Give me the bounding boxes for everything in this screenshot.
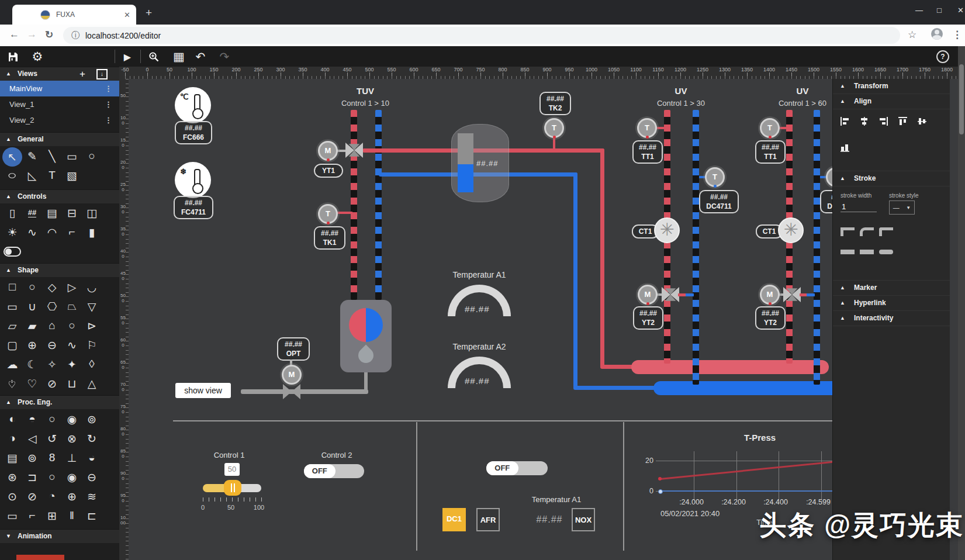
shape-cone-icon[interactable]: △ bbox=[82, 375, 102, 392]
cursor-tool-icon[interactable]: ↖ bbox=[2, 147, 22, 167]
uv2-tt1-label[interactable]: ##.##TT1 bbox=[755, 140, 786, 164]
shape-flag-icon[interactable]: ⚐ bbox=[82, 336, 102, 354]
yt1-motor[interactable]: M bbox=[318, 141, 338, 161]
gauge-widget-icon[interactable]: ☀ bbox=[2, 223, 22, 241]
proc-compressor-icon[interactable]: ◉ bbox=[62, 410, 82, 428]
view-item-mainview[interactable]: MainView⋮ bbox=[0, 81, 119, 96]
meter-widget-icon[interactable]: ◠ bbox=[42, 223, 62, 241]
proc-hopper-icon[interactable]: ⊏ bbox=[82, 507, 102, 524]
uv2-yt2-motor[interactable]: M bbox=[760, 285, 780, 305]
tk2-sensor[interactable]: T bbox=[544, 118, 564, 138]
save-button[interactable] bbox=[6, 50, 20, 64]
stroke-style-select[interactable]: —▼ bbox=[889, 201, 915, 215]
uv1-dc4711-label[interactable]: ##.##DC4711 bbox=[699, 190, 739, 213]
uv1-fan-icon[interactable]: ✳ bbox=[654, 217, 680, 243]
proc-columns-icon[interactable]: ‖ bbox=[62, 507, 82, 524]
ellipse-tool-icon[interactable]: ○ bbox=[2, 167, 22, 184]
uv1-yt2-motor[interactable]: M bbox=[638, 285, 658, 305]
proc-pump2-icon[interactable]: ◓ bbox=[22, 410, 42, 428]
rect-tool-icon[interactable]: ▭ bbox=[62, 147, 82, 165]
proc-rot-pump2-icon[interactable]: ↻ bbox=[82, 430, 102, 447]
shape-cloud-icon[interactable]: ☁ bbox=[2, 355, 22, 373]
tuv-subtitle[interactable]: Control 1 > 10 bbox=[324, 99, 406, 108]
red-supply-link[interactable] bbox=[600, 365, 635, 369]
slider-widget-icon[interactable]: ▮ bbox=[82, 223, 102, 241]
pipe-widget-icon[interactable]: ⌐ bbox=[62, 223, 82, 241]
shape-lens-icon[interactable]: ◊ bbox=[82, 355, 102, 373]
proc-agitator-icon[interactable]: ⊥ bbox=[62, 449, 82, 466]
opt-motor[interactable]: M bbox=[282, 365, 302, 385]
views-section-header[interactable]: ▲Views + ↓ bbox=[0, 67, 119, 81]
stroke-width-input[interactable] bbox=[841, 202, 877, 212]
dc1-button[interactable]: DC1 bbox=[442, 508, 466, 531]
switch-widget-icon[interactable] bbox=[2, 243, 22, 260]
forward-button[interactable]: → bbox=[27, 29, 37, 40]
shape-hexagon-icon[interactable]: ⎔ bbox=[42, 298, 62, 315]
fc666-label[interactable]: ##.##FC666 bbox=[175, 121, 212, 144]
red-header-tube[interactable] bbox=[631, 360, 829, 374]
blue-header-tube[interactable] bbox=[653, 381, 832, 395]
shape-crescent-icon[interactable]: ☾ bbox=[22, 355, 42, 373]
url-bar[interactable]: ⓘ localhost:4200/editor bbox=[63, 27, 900, 44]
tuv-hot-pipe[interactable] bbox=[351, 110, 357, 300]
opt-label[interactable]: ##.##OPT bbox=[277, 337, 310, 361]
uv2-title[interactable]: UV bbox=[773, 86, 832, 96]
uv1-yt2-valve[interactable] bbox=[662, 287, 679, 302]
proc-coupling-icon[interactable]: ⊕ bbox=[62, 488, 82, 505]
run-play-button[interactable]: ▶ bbox=[120, 50, 134, 64]
tab-close-icon[interactable]: ✕ bbox=[124, 11, 130, 19]
proc-pump1-icon[interactable]: ◐ bbox=[2, 410, 22, 428]
uv2-yt2-label[interactable]: ##.##YT2 bbox=[755, 306, 786, 330]
shape-wave-icon[interactable]: ∿ bbox=[62, 336, 82, 354]
fc4711-widget[interactable]: ❄ bbox=[175, 162, 211, 198]
proc-vessel-icon[interactable]: ○ bbox=[42, 410, 62, 428]
blue-return-link[interactable] bbox=[573, 386, 656, 390]
shape-trapezoid-icon[interactable]: ⏢ bbox=[62, 298, 82, 315]
page-scrollbar-thumb[interactable] bbox=[959, 64, 964, 134]
uv2-cold-pipe[interactable] bbox=[814, 110, 820, 385]
control1-slider-handle[interactable] bbox=[224, 480, 241, 496]
shape-drop-icon[interactable]: ♤ bbox=[2, 375, 22, 392]
cap-round-icon[interactable] bbox=[879, 250, 893, 254]
browser-menu-icon[interactable]: ⋮ bbox=[952, 29, 962, 41]
shape-circle-icon[interactable]: ○ bbox=[22, 278, 42, 296]
show-view-button[interactable]: show view bbox=[175, 383, 231, 398]
proc-pipe-elbow-icon[interactable]: ⌐ bbox=[22, 507, 42, 524]
shape-triangle-right-icon[interactable]: ▷ bbox=[62, 278, 82, 296]
hyperlink-section-header[interactable]: ▲Hyperlink bbox=[833, 296, 950, 311]
proc-mixer2-icon[interactable]: ⊙ bbox=[2, 488, 22, 505]
uv2-yt2-valve[interactable] bbox=[783, 287, 801, 302]
path-tool-icon[interactable]: ◺ bbox=[22, 167, 42, 184]
tk1-sensor[interactable]: T bbox=[318, 204, 338, 224]
import-view-button[interactable]: ↓ bbox=[96, 69, 108, 79]
proc-circle2-icon[interactable]: ○ bbox=[42, 468, 62, 486]
proc-turbine-icon[interactable]: ◉ bbox=[62, 468, 82, 486]
proc-screw-pump-icon[interactable]: ⊛ bbox=[2, 468, 22, 486]
join-bevel-icon[interactable] bbox=[879, 227, 893, 236]
tuv-cold-pipe[interactable] bbox=[375, 110, 382, 300]
reload-button[interactable]: ↻ bbox=[45, 29, 53, 41]
window-close-button[interactable]: ✕ bbox=[957, 6, 964, 15]
panel-widget-icon[interactable]: ◫ bbox=[82, 204, 102, 222]
bookmark-star-icon[interactable]: ☆ bbox=[908, 29, 916, 41]
browser-tab[interactable]: FUXA ✕ bbox=[12, 5, 136, 25]
proc-tank2-icon[interactable]: ◒ bbox=[82, 449, 102, 466]
shape-capsule-icon[interactable]: ▢ bbox=[2, 336, 22, 354]
align-left-icon[interactable] bbox=[840, 116, 850, 129]
shape-pentagon-icon[interactable]: ⌂ bbox=[42, 317, 62, 334]
uv1-subtitle[interactable]: Control 1 > 30 bbox=[640, 99, 722, 108]
select-widget-icon[interactable]: ⊟ bbox=[62, 204, 82, 222]
proc-valve-icon[interactable]: ⊗ bbox=[62, 430, 82, 447]
shape-square-icon[interactable]: □ bbox=[2, 278, 22, 296]
shape-circle-cross-icon[interactable]: ⊕ bbox=[22, 336, 42, 354]
fc4711-label[interactable]: ##.##FC4711 bbox=[174, 196, 213, 219]
animation-section-header[interactable]: ▼Animation bbox=[0, 529, 119, 543]
align-center-icon[interactable] bbox=[859, 116, 869, 129]
uv1-dc-sensor[interactable]: T bbox=[705, 167, 725, 187]
window-maximize-button[interactable]: □ bbox=[937, 6, 942, 15]
general-section-header[interactable]: ▲General bbox=[0, 132, 119, 146]
join-round-icon[interactable] bbox=[860, 227, 874, 236]
uv1-yt2-label[interactable]: ##.##YT2 bbox=[633, 306, 663, 330]
help-button[interactable]: ? bbox=[936, 50, 949, 63]
shape-parallelogram-icon[interactable]: ▱ bbox=[2, 317, 22, 334]
